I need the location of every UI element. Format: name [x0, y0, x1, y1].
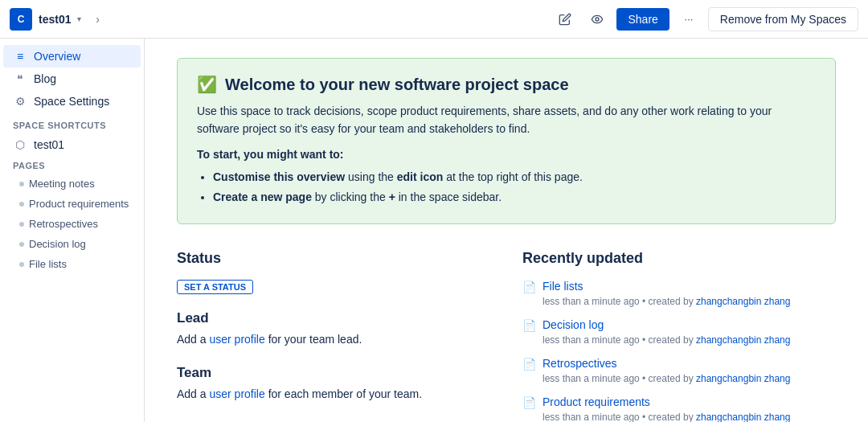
share-button[interactable]: Share — [616, 8, 669, 31]
updated-item-content: File lists less than a minute ago • crea… — [542, 280, 790, 307]
team-user-profile-link[interactable]: user profile — [209, 387, 264, 400]
topbar-right: Share ··· Remove from My Spaces — [552, 6, 858, 32]
sidebar-item-label: Space Settings — [34, 95, 109, 108]
chevron-down-icon[interactable]: ▾ — [77, 14, 81, 23]
team-description: Add a user profile for each member of yo… — [177, 387, 490, 400]
lead-desc-prefix: Add a — [177, 333, 209, 346]
welcome-bullets: Customise this overview using the edit i… — [197, 167, 816, 207]
left-column: Status SET A STATUS Lead Add a user prof… — [177, 250, 490, 422]
recently-updated-title: Recently updated — [522, 250, 836, 267]
content-area: ✅ Welcome to your new software project s… — [145, 39, 868, 422]
updated-item-link[interactable]: Decision log — [542, 318, 790, 331]
shortcuts-label: SPACE SHORTCUTS — [0, 113, 144, 133]
remove-spaces-button[interactable]: Remove from My Spaces — [708, 7, 858, 31]
list-item: 📄 Decision log less than a minute ago • … — [522, 318, 836, 346]
workspace-name: test01 — [39, 13, 71, 26]
sidebar-item-label: Blog — [34, 72, 56, 85]
watch-button[interactable] — [584, 6, 610, 32]
svg-point-0 — [596, 18, 599, 21]
bullet-icon — [19, 182, 24, 186]
document-icon: 📄 — [522, 358, 536, 371]
more-options-button[interactable]: ··· — [676, 6, 702, 32]
blog-icon: ❝ — [13, 72, 27, 85]
settings-icon: ⚙ — [13, 95, 27, 108]
check-circle-icon: ✅ — [197, 75, 217, 94]
page-label: Meeting notes — [29, 178, 95, 190]
updated-item-meta: less than a minute ago • created by zhan… — [542, 296, 790, 307]
welcome-box: ✅ Welcome to your new software project s… — [177, 58, 836, 224]
lead-description: Add a user profile for your team lead. — [177, 333, 490, 346]
page-label: Product requirements — [29, 198, 129, 210]
document-icon: 📄 — [522, 319, 536, 332]
welcome-bullet-1: Customise this overview using the edit i… — [213, 167, 816, 187]
page-item-retrospectives[interactable]: Retrospectives — [0, 214, 144, 234]
bullet1-link: edit icon — [397, 170, 444, 183]
updated-item-author: zhangchangbin zhang — [696, 373, 790, 384]
updated-item-link[interactable]: Product requirements — [542, 395, 790, 408]
bullet1-prefix: Customise this overview — [213, 170, 345, 183]
lead-user-profile-link[interactable]: user profile — [209, 333, 264, 346]
updated-item-link[interactable]: File lists — [542, 280, 790, 293]
bullet1-middle: using the — [345, 170, 397, 183]
updated-item-meta: less than a minute ago • created by zhan… — [542, 373, 790, 384]
main-layout: ≡ Overview ❝ Blog ⚙ Space Settings SPACE… — [0, 39, 868, 422]
overview-icon: ≡ — [13, 50, 27, 63]
updated-item-content: Product requirements less than a minute … — [542, 395, 790, 422]
topbar: C test01 ▾ › Share ··· Remove from My Sp… — [0, 0, 868, 39]
pages-label: PAGES — [0, 156, 144, 174]
welcome-bullet-2: Create a new page by clicking the + in t… — [213, 187, 816, 207]
updated-item-content: Retrospectives less than a minute ago • … — [542, 357, 790, 384]
shortcut-icon: ⬡ — [13, 138, 27, 151]
sidebar-item-space-settings[interactable]: ⚙ Space Settings — [3, 90, 141, 113]
welcome-description: Use this space to track decisions, scope… — [197, 102, 816, 138]
status-title: Status — [177, 250, 490, 267]
updated-item-author: zhangchangbin zhang — [696, 334, 790, 346]
welcome-title: ✅ Welcome to your new software project s… — [197, 75, 816, 94]
updated-item-content: Decision log less than a minute ago • cr… — [542, 318, 790, 346]
shortcut-label: test01 — [34, 138, 64, 151]
app-icon: C — [10, 8, 32, 31]
list-item: 📄 Retrospectives less than a minute ago … — [522, 357, 836, 384]
sidebar-item-label: Overview — [34, 50, 80, 63]
updated-item-meta: less than a minute ago • created by zhan… — [542, 412, 790, 422]
sidebar: ≡ Overview ❝ Blog ⚙ Space Settings SPACE… — [0, 39, 145, 422]
page-label: File lists — [29, 258, 67, 270]
page-item-file-lists[interactable]: File lists — [0, 254, 144, 274]
topbar-left: C test01 ▾ › — [10, 8, 107, 31]
bullet2-suffix: in the space sidebar. — [395, 191, 502, 203]
list-item: 📄 File lists less than a minute ago • cr… — [522, 280, 836, 307]
bullet2-middle: by clicking the — [312, 191, 389, 203]
page-label: Decision log — [29, 238, 86, 250]
right-column: Recently updated 📄 File lists less than … — [522, 250, 836, 422]
team-desc-suffix: for each member of your team. — [265, 387, 422, 400]
updated-item-author: zhangchangbin zhang — [696, 296, 790, 307]
bullet2-prefix: Create a new page — [213, 191, 312, 203]
document-icon: 📄 — [522, 396, 536, 409]
team-desc-prefix: Add a — [177, 387, 209, 400]
set-status-badge[interactable]: SET A STATUS — [177, 280, 253, 294]
bullet-icon — [19, 242, 24, 247]
sidebar-item-blog[interactable]: ❝ Blog — [3, 68, 141, 90]
edit-button[interactable] — [552, 6, 578, 32]
recently-updated-list: 📄 File lists less than a minute ago • cr… — [522, 280, 836, 422]
welcome-start: To start, you might want to: — [197, 148, 816, 161]
page-label: Retrospectives — [29, 218, 98, 230]
updated-item-link[interactable]: Retrospectives — [542, 357, 790, 370]
bullet-icon — [19, 262, 24, 267]
bullet-icon — [19, 222, 24, 227]
page-item-meeting-notes[interactable]: Meeting notes — [0, 174, 144, 194]
sidebar-shortcut-test01[interactable]: ⬡ test01 — [3, 133, 141, 156]
sidebar-item-overview[interactable]: ≡ Overview — [3, 45, 141, 68]
two-col-section: Status SET A STATUS Lead Add a user prof… — [177, 250, 836, 422]
lead-desc-suffix: for your team lead. — [265, 333, 362, 346]
document-icon: 📄 — [522, 281, 536, 293]
updated-item-meta: less than a minute ago • created by zhan… — [542, 334, 790, 346]
expand-sidebar-icon[interactable]: › — [88, 10, 107, 29]
bullet1-suffix: at the top right of this page. — [443, 170, 583, 183]
page-item-product-requirements[interactable]: Product requirements — [0, 194, 144, 214]
list-item: 📄 Product requirements less than a minut… — [522, 395, 836, 422]
team-title: Team — [177, 365, 490, 381]
lead-title: Lead — [177, 310, 490, 326]
page-item-decision-log[interactable]: Decision log — [0, 234, 144, 254]
updated-item-author: zhangchangbin zhang — [696, 412, 790, 422]
